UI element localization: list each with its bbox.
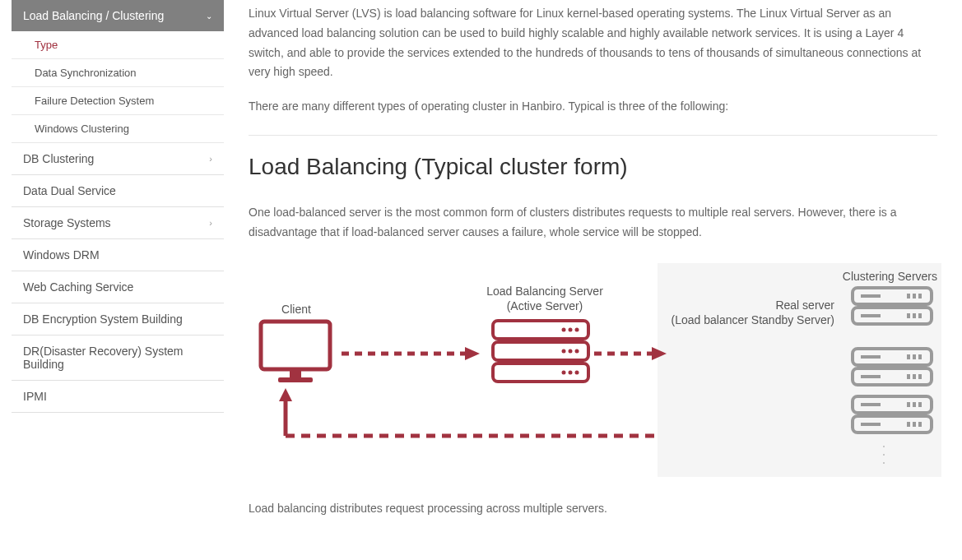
monitor-icon <box>258 319 332 385</box>
diagram-lb-line2: (Active Server) <box>507 299 583 312</box>
svg-rect-27 <box>861 355 881 359</box>
svg-point-7 <box>569 327 573 331</box>
sidebar-menu-item[interactable]: Data Dual Service <box>12 175 224 207</box>
svg-rect-5 <box>493 363 588 382</box>
sidebar-sub-items: TypeData SynchronizationFailure Detectio… <box>12 31 224 143</box>
sidebar-sub-item[interactable]: Windows Clustering <box>12 115 224 143</box>
svg-rect-39 <box>907 402 910 407</box>
sidebar-menu-item[interactable]: IPMI <box>12 381 224 413</box>
intro-paragraph: Linux Virtual Server (LVS) is load balan… <box>249 4 937 82</box>
svg-rect-44 <box>918 422 922 427</box>
svg-point-13 <box>569 370 573 374</box>
svg-rect-3 <box>493 321 588 339</box>
svg-rect-32 <box>907 374 910 379</box>
svg-rect-43 <box>913 422 916 427</box>
sidebar-menu-item[interactable]: DB Clustering› <box>12 143 224 175</box>
svg-marker-50 <box>279 388 292 401</box>
svg-point-11 <box>575 349 579 353</box>
svg-rect-37 <box>861 403 881 406</box>
sidebar-menu-label: Web Caching Service <box>23 280 133 294</box>
diagram-label-client: Client <box>263 303 329 316</box>
svg-rect-41 <box>918 402 922 407</box>
sidebar-menu-item[interactable]: Windows DRM <box>12 239 224 271</box>
svg-rect-24 <box>918 313 922 318</box>
diagram: Client Load Balancing Server (Active Ser… <box>249 263 937 477</box>
svg-point-12 <box>562 370 566 374</box>
intro-paragraph-2: There are many different types of operat… <box>249 97 937 117</box>
svg-rect-30 <box>913 354 916 359</box>
main-content: Linux Virtual Server (LVS) is load balan… <box>224 0 962 531</box>
svg-rect-2 <box>278 377 313 382</box>
sidebar-menu-label: DB Encryption System Building <box>23 312 183 326</box>
sidebar-sub-item[interactable]: Data Synchronization <box>12 59 224 87</box>
sidebar-menu-label: IPMI <box>23 390 47 403</box>
arrow-return-icon <box>277 386 656 440</box>
section-title: Load Balancing (Typical cluster form) <box>249 154 937 180</box>
chevron-down-icon: ⌄ <box>206 12 212 21</box>
sidebar-menu-label: DB Clustering <box>23 152 94 165</box>
sidebar-menu-item[interactable]: Storage Systems› <box>12 207 224 239</box>
arrow-right-icon <box>594 345 668 362</box>
server-cluster-icon <box>851 286 933 327</box>
svg-rect-28 <box>861 375 881 378</box>
svg-rect-40 <box>913 402 916 407</box>
svg-rect-29 <box>907 354 910 359</box>
sidebar-menu-label: Storage Systems <box>23 216 111 229</box>
ellipsis-icon: ··· <box>875 444 892 469</box>
svg-rect-22 <box>907 313 910 318</box>
svg-point-9 <box>562 349 566 353</box>
sidebar-header-label: Load Balancing / Clustering <box>23 9 164 22</box>
server-cluster-icon <box>851 347 933 388</box>
svg-point-10 <box>569 349 573 353</box>
svg-marker-48 <box>652 347 667 360</box>
svg-rect-21 <box>918 294 922 299</box>
sidebar-menu-label: Data Dual Service <box>23 184 116 197</box>
server-stack-icon <box>491 319 590 383</box>
svg-rect-0 <box>261 322 330 369</box>
diagram-caption: Load balancing distributes request proce… <box>249 502 937 515</box>
svg-rect-1 <box>290 369 301 377</box>
sidebar-section-load-balancing[interactable]: Load Balancing / Clustering ⌄ <box>12 0 224 31</box>
svg-rect-33 <box>913 374 916 379</box>
chevron-right-icon: › <box>209 218 212 228</box>
divider <box>249 135 937 136</box>
sidebar-menu-item[interactable]: Web Caching Service <box>12 271 224 303</box>
section-description: One load-balanced server is the most com… <box>249 203 937 243</box>
sidebar-sub-item[interactable]: Type <box>12 31 224 59</box>
sidebar-menu-label: DR(Disaster Recovery) System Building <box>23 345 212 371</box>
svg-rect-17 <box>861 294 881 298</box>
svg-point-14 <box>575 370 579 374</box>
sidebar: Load Balancing / Clustering ⌄ TypeData S… <box>0 0 224 531</box>
chevron-right-icon: › <box>209 154 212 164</box>
sidebar-menu-label: Windows DRM <box>23 248 100 261</box>
diagram-real-line2: (Load balancer Standby Server) <box>672 313 834 326</box>
svg-point-8 <box>575 327 579 331</box>
svg-point-6 <box>562 327 566 331</box>
svg-marker-46 <box>465 347 480 360</box>
svg-rect-20 <box>913 294 916 299</box>
svg-rect-23 <box>913 313 916 318</box>
svg-rect-19 <box>907 294 910 299</box>
diagram-lb-line1: Load Balancing Server <box>486 285 603 298</box>
svg-rect-42 <box>907 422 910 427</box>
sidebar-menu-item[interactable]: DB Encryption System Building <box>12 303 224 336</box>
svg-rect-31 <box>918 354 922 359</box>
svg-rect-18 <box>861 314 881 317</box>
svg-rect-38 <box>861 423 881 426</box>
sidebar-sub-item[interactable]: Failure Detection System <box>12 87 224 115</box>
diagram-label-lb: Load Balancing Server (Active Server) <box>471 284 619 313</box>
diagram-label-real: Real server (Load balancer Standby Serve… <box>662 298 834 327</box>
svg-rect-34 <box>918 374 922 379</box>
arrow-right-icon <box>342 345 481 362</box>
svg-rect-4 <box>493 342 588 360</box>
diagram-label-cluster-heading: Clustering Servers <box>830 270 937 283</box>
diagram-real-line1: Real server <box>775 299 834 312</box>
sidebar-menu-item[interactable]: DR(Disaster Recovery) System Building <box>12 336 224 381</box>
server-cluster-icon <box>851 395 933 436</box>
